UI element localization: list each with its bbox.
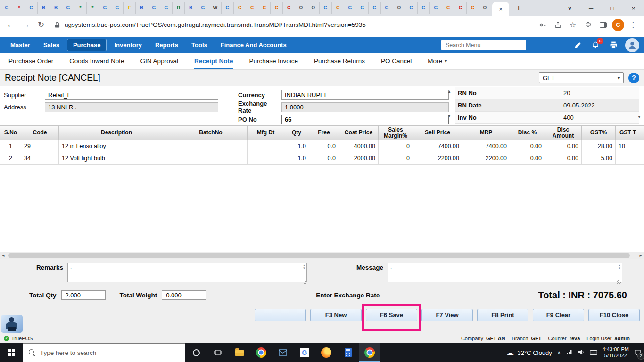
scroll-down-icon[interactable]: ▼ <box>447 115 451 118</box>
scroll-down-icon[interactable]: ▼ <box>637 115 641 119</box>
browser-tab[interactable]: B <box>50 2 62 14</box>
browser-tab[interactable]: C <box>246 2 258 14</box>
total-qty-input[interactable] <box>61 290 106 300</box>
total-weight-input[interactable] <box>162 290 206 300</box>
grid-cell[interactable]: 0.00 <box>510 140 545 152</box>
grid-header-qty[interactable]: Qty <box>284 126 309 140</box>
user-avatar[interactable] <box>625 38 639 52</box>
horizontal-scrollbar[interactable]: ◄ ► <box>0 252 644 259</box>
scroll-left-icon[interactable]: ◄ <box>0 254 7 258</box>
grid-header-gst[interactable]: GST% <box>582 126 616 140</box>
forward-icon[interactable]: → <box>20 20 32 30</box>
browser-tab[interactable]: R <box>173 2 185 14</box>
mail-icon[interactable] <box>272 343 294 362</box>
grid-header-batchno[interactable]: BatchNo <box>174 126 248 140</box>
browser-tab[interactable]: C <box>454 2 467 14</box>
new-tab-button[interactable]: + <box>512 1 525 15</box>
key-icon[interactable] <box>537 21 549 29</box>
help-button[interactable]: ? <box>628 73 639 83</box>
rn-no-value[interactable]: 20 <box>563 90 570 97</box>
lock-icon[interactable] <box>55 22 60 28</box>
window-close-button[interactable]: × <box>623 5 644 12</box>
browser-tab[interactable]: G <box>418 2 430 14</box>
subnav-item-gin-approval[interactable]: GIN Approval <box>140 53 178 69</box>
browser-tab[interactable]: G <box>99 2 111 14</box>
browser-tab[interactable]: G <box>197 2 209 14</box>
remarks-textarea[interactable]: . <box>67 263 307 282</box>
browser-tab[interactable]: C <box>283 2 295 14</box>
grid-cell[interactable]: 2000.00 <box>339 152 379 165</box>
browser-tab[interactable]: W <box>209 2 222 14</box>
browser-tab[interactable]: G <box>369 2 381 14</box>
browser-tab[interactable]: O <box>479 2 491 14</box>
back-icon[interactable]: ← <box>5 20 17 30</box>
grid-row[interactable]: 23412 Volt light bulb1.00.02000.0002200.… <box>0 152 644 165</box>
subnav-item-purchase-invoice[interactable]: Purchase Invoice <box>249 53 298 69</box>
browser-tab[interactable]: G <box>381 2 393 14</box>
browser-tab[interactable]: * <box>87 2 99 14</box>
action-center-icon[interactable]: 2 <box>634 349 641 356</box>
nav-item-purchase[interactable]: Purchase <box>67 39 107 51</box>
subnav-item-more[interactable]: More▾ <box>428 53 447 69</box>
browser-tab[interactable]: G <box>1 2 13 14</box>
browser-tab[interactable]: C <box>258 2 271 14</box>
grid-cell[interactable]: 28.00 <box>582 140 616 152</box>
browser-tab[interactable]: * <box>13 2 25 14</box>
grid-cell[interactable]: 1.0 <box>284 140 309 152</box>
po-no-input[interactable] <box>281 115 449 124</box>
grid-cell[interactable]: 7400.00 <box>462 140 510 152</box>
grid-header-s-no[interactable]: S.No <box>0 126 21 140</box>
bookmark-star-icon[interactable]: ☆ <box>567 20 579 29</box>
taskbar-clock[interactable]: 4:43:00 PM 5/11/2022 <box>603 346 629 359</box>
grid-cell[interactable]: 1.0 <box>284 152 309 165</box>
browser-tab[interactable]: O <box>393 2 405 14</box>
task-view-icon[interactable] <box>207 343 229 362</box>
f8-print-button[interactable]: F8 Print <box>477 309 528 321</box>
subnav-item-purchase-returns[interactable]: Purchase Returns <box>314 53 365 69</box>
window-maximize-button[interactable]: □ <box>602 5 623 12</box>
branch-select[interactable]: GFT ▾ <box>539 72 624 83</box>
f6-save-button[interactable]: F6 Save <box>366 309 417 321</box>
message-textarea[interactable]: . <box>388 263 622 282</box>
grid-cell[interactable]: 2200.00 <box>413 152 462 165</box>
firefox-icon[interactable] <box>315 343 337 362</box>
browser-tab[interactable]: G <box>25 2 38 14</box>
browser-tab[interactable]: C <box>271 2 283 14</box>
grid-cell[interactable]: 1 <box>0 140 21 152</box>
tray-chevron-icon[interactable]: ∧ <box>557 350 561 356</box>
grid-header-description[interactable]: Description <box>59 126 174 140</box>
grid-header-gst-t[interactable]: GST T <box>616 126 644 140</box>
taskbar-search[interactable]: Type here to search <box>23 343 185 362</box>
browser-tab[interactable]: G <box>320 2 332 14</box>
browser-tab[interactable]: * <box>74 2 87 14</box>
nav-item-finance-and-accounts[interactable]: Finance And Accounts <box>215 39 292 51</box>
reload-icon[interactable]: ↻ <box>35 20 47 30</box>
grid-header-sales-margin[interactable]: Sales Margin% <box>379 126 413 140</box>
printer-icon[interactable] <box>608 40 619 50</box>
keyboard-icon[interactable] <box>590 348 597 357</box>
menu-search-input[interactable] <box>441 40 526 50</box>
browser-tab[interactable]: C <box>467 2 479 14</box>
address-input[interactable] <box>45 102 218 112</box>
supplier-input[interactable] <box>45 90 218 100</box>
extensions-puzzle-icon[interactable] <box>582 21 594 29</box>
nav-item-sales[interactable]: Sales <box>38 39 65 51</box>
f9-clear-button[interactable]: F9 Clear <box>533 309 584 321</box>
nav-item-tools[interactable]: Tools <box>186 39 213 51</box>
scrollbar-track[interactable] <box>7 252 637 259</box>
nav-item-reports[interactable]: Reports <box>149 39 184 51</box>
url-text[interactable]: ugsystems.true-pos.com/TruePOS/com.gofru… <box>65 21 366 28</box>
grid-cell[interactable]: 7400.00 <box>413 140 462 152</box>
textarea-scroll-icons[interactable]: ▲▼ <box>303 264 305 270</box>
chrome-icon[interactable] <box>250 343 272 362</box>
grid-header-cost-price[interactable]: Cost Price <box>339 126 379 140</box>
grid-cell[interactable]: 0 <box>379 152 413 165</box>
browser-tab[interactable]: O <box>307 2 320 14</box>
browser-tab[interactable]: G <box>148 2 160 14</box>
grid-cell[interactable] <box>248 140 284 152</box>
subnav-item-po-cancel[interactable]: PO Cancel <box>381 53 412 69</box>
chrome-active-icon[interactable] <box>359 343 380 362</box>
subnav-item-goods-inward-note[interactable]: Goods Inward Note <box>69 53 124 69</box>
weather-widget[interactable]: ☁ 32°C Cloudy <box>506 349 552 357</box>
volume-icon[interactable] <box>578 348 585 357</box>
